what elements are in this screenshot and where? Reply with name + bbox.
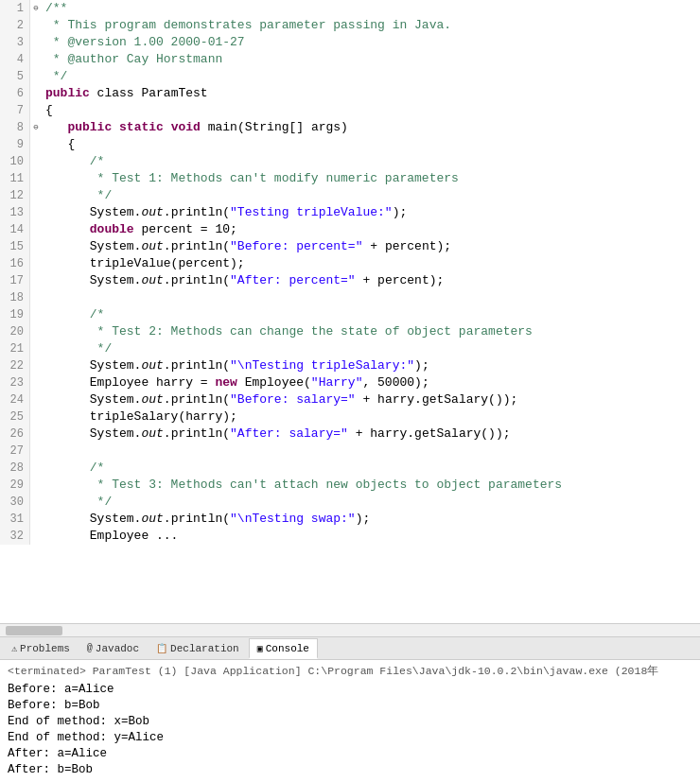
console-output-line: Before: a=Alice — [8, 682, 692, 698]
line-text: Employee ... — [42, 528, 178, 545]
line-text: { — [42, 136, 75, 153]
tab-declaration[interactable]: 📋Declaration — [149, 638, 247, 659]
code-line: 25 tripleSalary(harry); — [0, 408, 700, 426]
line-number: 28 — [0, 460, 30, 477]
code-line: 32 Employee ... — [0, 528, 700, 545]
code-line: 10 /* — [0, 153, 700, 170]
line-text: */ — [42, 494, 112, 511]
line-text: * Test 1: Methods can't modify numeric p… — [42, 170, 459, 187]
horizontal-scrollbar[interactable] — [0, 623, 700, 636]
tab-label: Declaration — [170, 643, 239, 654]
tab-icon: 📋 — [156, 643, 167, 654]
fold-indicator[interactable]: ⊖ — [30, 119, 42, 136]
line-text: * This program demonstrates parameter pa… — [42, 17, 451, 34]
line-number: 5 — [0, 68, 30, 85]
code-line: 24 System.out.println("Before: salary=" … — [0, 391, 700, 408]
line-text: tripleValue(percent); — [42, 255, 245, 272]
line-number: 32 — [0, 528, 30, 545]
tab-label: Problems — [20, 643, 70, 654]
console-output-line: End of method: y=Alice — [8, 730, 692, 746]
line-number: 2 — [0, 17, 30, 34]
line-number: 21 — [0, 340, 30, 357]
code-line: 31 System.out.println("\nTesting swap:")… — [0, 511, 700, 528]
line-text: System.out.println("After: percent=" + p… — [42, 272, 444, 289]
line-number: 4 — [0, 51, 30, 68]
code-line: 1⊖/** — [0, 0, 700, 17]
scrollbar-thumb[interactable] — [6, 626, 62, 635]
tab-icon: ⚠ — [11, 643, 17, 654]
tab-console[interactable]: ▣Console — [249, 638, 318, 659]
line-number: 22 — [0, 357, 30, 374]
tab-label: Console — [266, 643, 309, 654]
line-text: * Test 3: Methods can't attach new objec… — [42, 477, 562, 494]
line-text: public static void main(String[] args) — [42, 119, 348, 136]
tab-icon: ▣ — [257, 643, 263, 654]
code-line: 23 Employee harry = new Employee("Harry"… — [0, 374, 700, 391]
line-number: 7 — [0, 102, 30, 119]
code-line: 11 * Test 1: Methods can't modify numeri… — [0, 170, 700, 187]
code-editor[interactable]: 1⊖/**2 * This program demonstrates param… — [0, 0, 700, 636]
code-line: 30 */ — [0, 494, 700, 511]
code-line: 19 /* — [0, 306, 700, 323]
line-text: Employee harry = new Employee("Harry", 5… — [42, 374, 429, 391]
line-text: /* — [42, 153, 104, 170]
line-text: * @version 1.00 2000-01-27 — [42, 34, 245, 51]
line-text: System.out.println("Testing tripleValue:… — [42, 204, 407, 221]
console-output-line: After: a=Alice — [8, 746, 692, 762]
code-container: 1⊖/**2 * This program demonstrates param… — [0, 0, 700, 636]
line-number: 10 — [0, 153, 30, 170]
line-text: { — [42, 102, 53, 119]
code-line: 3 * @version 1.00 2000-01-27 — [0, 34, 700, 51]
line-text: */ — [42, 187, 112, 204]
line-text: public class ParamTest — [42, 85, 208, 102]
line-text: System.out.println("Before: percent=" + … — [42, 238, 451, 255]
line-text: */ — [42, 340, 112, 357]
tab-label: Javadoc — [96, 643, 139, 654]
line-number: 18 — [0, 289, 30, 306]
console-output-line: After: b=Bob — [8, 762, 692, 778]
code-line: 6public class ParamTest — [0, 85, 700, 102]
fold-indicator[interactable]: ⊖ — [30, 0, 42, 17]
line-number: 16 — [0, 255, 30, 272]
console-output: <terminated> ParamTest (1) [Java Applica… — [0, 660, 700, 782]
console-output-line: End of method: x=Bob — [8, 714, 692, 730]
code-line: 15 System.out.println("Before: percent="… — [0, 238, 700, 255]
line-number: 3 — [0, 34, 30, 51]
line-number: 29 — [0, 477, 30, 494]
code-line: 17 System.out.println("After: percent=" … — [0, 272, 700, 289]
code-line: 18 — [0, 289, 700, 306]
code-line: 27 — [0, 443, 700, 460]
line-number: 23 — [0, 374, 30, 391]
code-line: 8⊖ public static void main(String[] args… — [0, 119, 700, 136]
line-number: 31 — [0, 511, 30, 528]
line-text: */ — [42, 68, 67, 85]
line-number: 17 — [0, 272, 30, 289]
tab-javadoc[interactable]: @Javadoc — [79, 638, 147, 659]
line-number: 8 — [0, 119, 30, 136]
code-line: 26 System.out.println("After: salary=" +… — [0, 426, 700, 443]
console-output-line: Before: b=Bob — [8, 698, 692, 714]
line-number: 25 — [0, 408, 30, 426]
code-lines: 1⊖/**2 * This program demonstrates param… — [0, 0, 700, 623]
code-line: 20 * Test 2: Methods can change the stat… — [0, 323, 700, 340]
code-line: 29 * Test 3: Methods can't attach new ob… — [0, 477, 700, 494]
code-line: 5 */ — [0, 68, 700, 85]
line-text: * @author Cay Horstmann — [42, 51, 222, 68]
code-line: 2 * This program demonstrates parameter … — [0, 17, 700, 34]
tabs-bar: ⚠Problems@Javadoc📋Declaration▣Console — [0, 637, 700, 660]
tab-problems[interactable]: ⚠Problems — [4, 638, 78, 659]
line-text: /* — [42, 460, 104, 477]
tab-icon: @ — [87, 643, 93, 653]
line-text: * Test 2: Methods can change the state o… — [42, 323, 533, 340]
line-text: System.out.println("After: salary=" + ha… — [42, 426, 511, 443]
code-line: 4 * @author Cay Horstmann — [0, 51, 700, 68]
code-line: 16 tripleValue(percent); — [0, 255, 700, 272]
line-number: 11 — [0, 170, 30, 187]
code-line: 9 { — [0, 136, 700, 153]
console-terminated-line: <terminated> ParamTest (1) [Java Applica… — [8, 664, 692, 678]
line-number: 27 — [0, 443, 30, 460]
code-line: 28 /* — [0, 460, 700, 477]
line-number: 6 — [0, 85, 30, 102]
line-number: 19 — [0, 306, 30, 323]
line-text: System.out.println("\nTesting tripleSala… — [42, 357, 429, 374]
